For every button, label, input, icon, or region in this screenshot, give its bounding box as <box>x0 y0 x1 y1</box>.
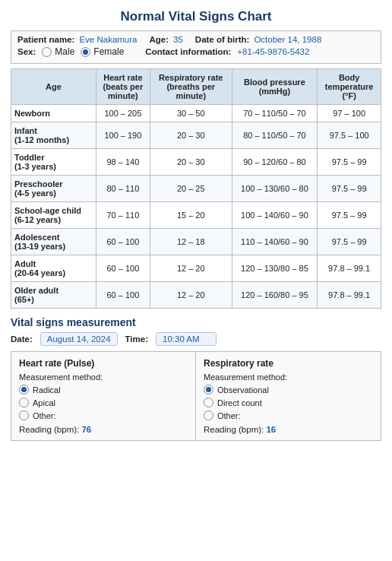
sex-label: Sex: <box>17 47 36 56</box>
resp-observational-option[interactable]: Observational <box>204 385 373 395</box>
col-heart: Heart rate(beats perminute) <box>96 69 150 105</box>
cell-age: Preschooler(4-5 years) <box>11 176 96 202</box>
sex-female-text: Female <box>93 46 124 57</box>
resp-reading-value: 16 <box>266 425 276 434</box>
measurement-section-title: Vital signs measurement <box>11 316 381 328</box>
heart-other-radio[interactable] <box>19 410 29 420</box>
patient-name-label: Patient name: <box>17 35 74 44</box>
heart-rate-col: Heart rate (Pulse) Measurement method: R… <box>11 352 196 440</box>
age-label: Age: <box>149 35 169 44</box>
heart-method-label: Measurement method: <box>19 372 188 382</box>
sex-male-radio[interactable] <box>42 47 52 57</box>
cell-bp: 80 – 110/50 – 70 <box>232 122 318 149</box>
resp-other-option[interactable]: Other: <box>204 410 373 420</box>
sex-male-text: Male <box>55 46 74 57</box>
heart-rate-title: Heart rate (Pulse) <box>19 358 188 369</box>
cell-bp: 70 – 110/50 – 70 <box>232 105 318 122</box>
cell-age: Adult(20-64 years) <box>11 255 96 282</box>
cell-age: School-age child(6-12 years) <box>11 202 96 229</box>
heart-radical-option[interactable]: Radical <box>19 385 188 395</box>
cell-heart: 60 – 100 <box>96 255 150 282</box>
table-row: Infant(1-12 months)100 – 19020 – 3080 – … <box>11 122 381 149</box>
cell-resp: 12 – 18 <box>150 229 232 255</box>
cell-resp: 15 – 20 <box>150 202 232 229</box>
heart-apical-text: Apical <box>33 398 55 407</box>
cell-age: Newborn <box>11 105 96 122</box>
col-bp: Blood pressure(mmHg) <box>232 69 318 105</box>
resp-direct-text: Direct count <box>217 398 262 407</box>
cell-temp: 97.5 – 100 <box>318 122 381 149</box>
cell-heart: 80 – 110 <box>96 176 150 202</box>
resp-direct-radio[interactable] <box>204 398 213 407</box>
measurement-grid: Heart rate (Pulse) Measurement method: R… <box>11 351 381 441</box>
cell-heart: 60 – 100 <box>96 229 150 255</box>
cell-bp: 90 – 120/60 – 80 <box>232 149 318 176</box>
patient-name-value: Eve Nakamura <box>79 35 137 44</box>
heart-other-text: Other: <box>33 411 56 420</box>
resp-reading-label: Reading (bpm): <box>204 425 264 434</box>
table-row: Preschooler(4-5 years)80 – 11020 – 25100… <box>11 176 381 202</box>
cell-resp: 30 – 50 <box>150 105 232 122</box>
col-temp: Bodytemperature(°F) <box>318 69 381 105</box>
time-label: Time: <box>125 334 148 344</box>
cell-age: Older adult(65+) <box>11 282 96 309</box>
date-value: August 14, 2024 <box>40 332 118 346</box>
cell-resp: 12 – 20 <box>150 282 232 309</box>
heart-radical-text: Radical <box>33 385 61 395</box>
heart-reading-label: Reading (bpm): <box>19 425 79 434</box>
cell-bp: 100 – 130/60 – 80 <box>232 176 318 202</box>
table-row: Adult(20-64 years)60 – 10012 – 20120 – 1… <box>11 255 381 282</box>
cell-temp: 97.5 – 99 <box>318 176 381 202</box>
sex-female-option[interactable]: Female <box>81 46 124 57</box>
heart-radical-radio[interactable] <box>19 385 29 395</box>
cell-temp: 97.5 – 99 <box>318 202 381 229</box>
cell-temp: 97 – 100 <box>318 105 381 122</box>
date-label: Date: <box>11 334 33 344</box>
table-row: Adolescent(13-19 years)60 – 10012 – 1811… <box>11 229 381 255</box>
heart-apical-radio[interactable] <box>19 398 29 407</box>
resp-other-text: Other: <box>217 411 241 420</box>
sex-male-option[interactable]: Male <box>42 46 74 57</box>
heart-apical-option[interactable]: Apical <box>19 398 188 407</box>
cell-heart: 100 – 205 <box>96 105 150 122</box>
table-row: Older adult(65+)60 – 10012 – 20120 – 160… <box>11 282 381 309</box>
contact-value: +81-45-9876-5432 <box>237 47 309 56</box>
resp-observational-text: Observational <box>217 385 269 395</box>
cell-age: Toddler(1-3 years) <box>11 149 96 176</box>
cell-age: Infant(1-12 months) <box>11 122 96 149</box>
heart-other-option[interactable]: Other: <box>19 410 188 420</box>
table-row: Toddler(1-3 years)98 – 14020 – 3090 – 12… <box>11 149 381 176</box>
dob-value: October 14, 1988 <box>254 35 321 44</box>
cell-resp: 20 – 30 <box>150 149 232 176</box>
cell-bp: 110 – 140/60 – 90 <box>232 229 318 255</box>
cell-heart: 98 – 140 <box>96 149 150 176</box>
cell-heart: 100 – 190 <box>96 122 150 149</box>
cell-temp: 97.5 – 99 <box>318 149 381 176</box>
resp-rate-col: Respiratory rate Measurement method: Obs… <box>196 352 381 440</box>
sex-female-radio[interactable] <box>81 47 90 57</box>
resp-direct-option[interactable]: Direct count <box>204 398 373 407</box>
cell-bp: 100 – 140/60 – 90 <box>232 202 318 229</box>
heart-reading-row: Reading (bpm): 76 <box>19 425 188 434</box>
table-row: School-age child(6-12 years)70 – 11015 –… <box>11 202 381 229</box>
cell-bp: 120 – 130/80 – 85 <box>232 255 318 282</box>
col-resp: Respiratory rate(breaths perminute) <box>150 69 232 105</box>
cell-bp: 120 – 160/80 – 95 <box>232 282 318 309</box>
resp-rate-title: Respiratory rate <box>204 358 373 369</box>
cell-age: Adolescent(13-19 years) <box>11 229 96 255</box>
contact-label: Contact information: <box>145 47 231 56</box>
resp-reading-row: Reading (bpm): 16 <box>204 425 373 434</box>
resp-observational-radio[interactable] <box>204 385 213 395</box>
col-age: Age <box>11 69 96 105</box>
time-value: 10:30 AM <box>156 332 217 346</box>
cell-temp: 97.8 – 99.1 <box>318 282 381 309</box>
age-value: 35 <box>173 35 183 44</box>
cell-heart: 70 – 110 <box>96 202 150 229</box>
page-title: Normal Vital Signs Chart <box>11 9 381 24</box>
resp-method-label: Measurement method: <box>204 372 373 382</box>
cell-heart: 60 – 100 <box>96 282 150 309</box>
resp-other-radio[interactable] <box>204 410 213 420</box>
cell-resp: 20 – 25 <box>150 176 232 202</box>
patient-info-box: Patient name: Eve Nakamura Age: 35 Date … <box>11 30 381 64</box>
vital-signs-table: Age Heart rate(beats perminute) Respirat… <box>11 68 381 309</box>
